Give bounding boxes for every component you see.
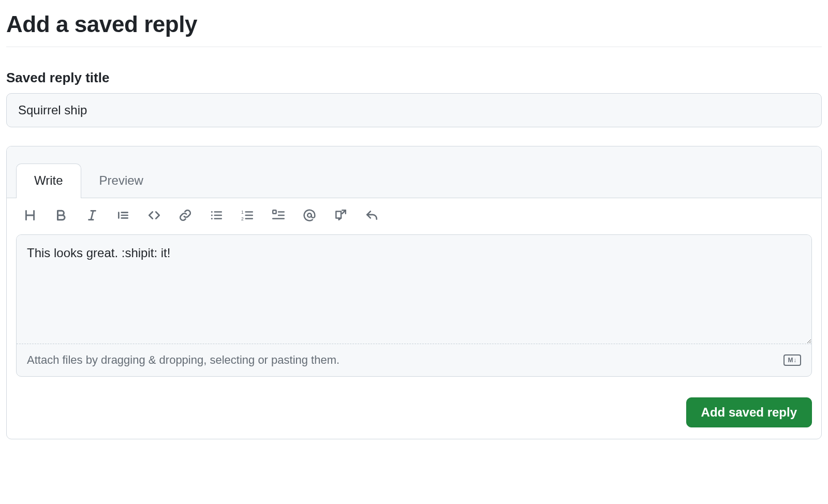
cross-reference-icon[interactable]: [332, 206, 349, 224]
code-icon[interactable]: [145, 206, 163, 224]
editor: Write Preview: [6, 146, 822, 439]
task-list-icon[interactable]: [270, 206, 287, 224]
svg-text:1: 1: [241, 210, 244, 215]
page-title: Add a saved reply: [6, 11, 822, 37]
editor-tabs: Write Preview: [7, 146, 821, 198]
divider: [6, 47, 822, 47]
svg-point-2: [211, 218, 213, 219]
title-label: Saved reply title: [6, 70, 822, 86]
tab-write[interactable]: Write: [16, 164, 81, 198]
unordered-list-icon[interactable]: [208, 206, 225, 224]
attach-hint: Attach files by dragging & dropping, sel…: [27, 353, 339, 367]
italic-icon[interactable]: [83, 206, 101, 224]
svg-text:2: 2: [241, 216, 244, 221]
tab-preview[interactable]: Preview: [81, 164, 161, 198]
ordered-list-icon[interactable]: 12: [239, 206, 256, 224]
add-saved-reply-button[interactable]: Add saved reply: [686, 397, 812, 427]
markdown-icon[interactable]: M↓: [783, 354, 801, 366]
quote-icon[interactable]: [114, 206, 132, 224]
svg-point-1: [211, 214, 213, 216]
title-input[interactable]: [6, 93, 822, 127]
editor-toolbar: 12: [7, 198, 821, 227]
mention-icon[interactable]: [301, 206, 318, 224]
svg-rect-5: [273, 210, 276, 214]
bold-icon[interactable]: [52, 206, 70, 224]
body-container: Attach files by dragging & dropping, sel…: [16, 234, 812, 377]
link-icon[interactable]: [176, 206, 194, 224]
attach-dropzone[interactable]: Attach files by dragging & dropping, sel…: [17, 344, 811, 376]
saved-reply-icon[interactable]: [363, 206, 380, 224]
body-textarea[interactable]: [17, 235, 811, 344]
heading-icon[interactable]: [21, 206, 39, 224]
svg-point-0: [211, 211, 213, 213]
